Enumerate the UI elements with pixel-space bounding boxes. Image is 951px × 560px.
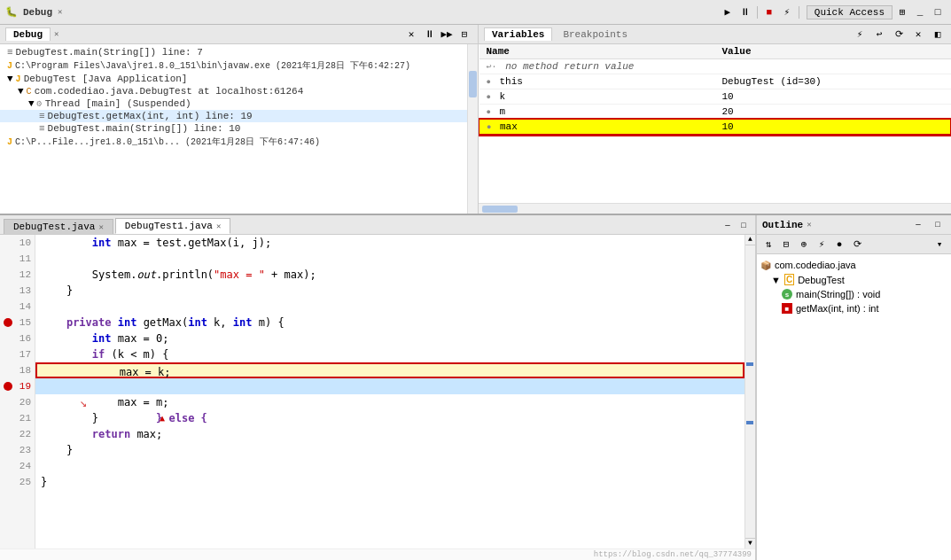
debug-tree-item[interactable]: ▼ ⚙ Thread [main] (Suspended) [0, 97, 467, 110]
outline-item-getmax[interactable]: ■ getMax(int, int) : int [757, 301, 951, 315]
debug-toolbar-resume-all[interactable]: ▶▶ [439, 27, 455, 43]
code-lines[interactable]: int max = test.getMax(i, j); System.out.… [35, 235, 744, 548]
resume-btn[interactable]: ▶ [720, 4, 736, 20]
debug-tree-item[interactable]: ▼ C com.codediao.java.DebugTest at local… [0, 85, 467, 97]
debug-tree-item[interactable]: ▼ J DebugTest [Java Application] [0, 73, 467, 85]
class-icon: C [27, 87, 32, 97]
triangle-indicator: ▲ [160, 410, 165, 426]
debug-toolbar-collapse[interactable]: ⊟ [456, 27, 472, 43]
outline-toolbar-btn5[interactable]: ● [831, 237, 847, 253]
outline-item-package[interactable]: 📦 com.codediao.java [757, 258, 951, 272]
var-toolbar-btn4[interactable]: ✕ [910, 27, 926, 43]
outline-toolbar-btn3[interactable]: ⊕ [796, 237, 812, 253]
code-line-18: max = k; [35, 362, 744, 378]
var-row-method-return[interactable]: ↩· no method return value [479, 59, 951, 74]
editor-tab-debugtest[interactable]: DebugTest.java ✕ [4, 219, 113, 234]
window-layout-btn[interactable]: ⊞ [894, 4, 910, 20]
col-name-header: Name [479, 44, 715, 59]
line-numbers: 10 11 12 13 14 15 16 [0, 235, 35, 548]
outline-main-label: main(String[]) : void [796, 289, 880, 299]
window-min-btn[interactable]: _ [912, 4, 928, 20]
debugtest1-tab-close[interactable]: ✕ [216, 222, 221, 231]
var-row-this[interactable]: ● this DebugTest (id=30) [479, 74, 951, 89]
debug-item-text: com.codediao.java.DebugTest at localhost… [35, 86, 304, 97]
debug-tree-item-active[interactable]: ≡ DebugTest.getMax(int, int) line: 19 [0, 110, 467, 122]
var-name-this: this [500, 76, 523, 87]
breakpoints-tab[interactable]: Breakpoints [556, 28, 635, 41]
code-line-12: System.out.println("max = " + max); [35, 267, 744, 283]
var-toolbar-btn3[interactable]: ⟳ [891, 27, 907, 43]
var-toolbar-btn2[interactable]: ↩ [871, 27, 887, 43]
line-num-19: 19 [19, 378, 31, 394]
var-value-max: 10 [722, 121, 734, 132]
editor-tab-debugtest1[interactable]: DebugTest1.java ✕ [115, 218, 230, 234]
outline-toolbar-btn4[interactable]: ⚡ [814, 237, 830, 253]
outline-maximize-btn[interactable]: □ [930, 217, 946, 233]
outline-toolbar-btn2[interactable]: ⊟ [778, 237, 794, 253]
debug-item-text: DebugTest [Java Application] [24, 74, 188, 84]
debug-tree-item[interactable]: ≡ DebugTest.main(String[]) line: 10 [0, 122, 467, 135]
debugtest-tab-label: DebugTest.java [13, 222, 95, 232]
terminate-btn[interactable]: ■ [761, 4, 777, 20]
var-row-m[interactable]: ● m 20 [479, 105, 951, 120]
line-num-11: 11 [19, 251, 31, 267]
debug-tab-close[interactable]: ✕ [58, 7, 62, 17]
var-row-k[interactable]: ● k 10 [479, 89, 951, 105]
line-num-20: 20 [19, 394, 31, 410]
debug-toolbar-suspend-all[interactable]: ⏸ [421, 27, 437, 43]
thread-icon: ⚙ [37, 98, 43, 109]
code-line-15: private int getMax(int k, int m) { [35, 315, 744, 331]
line-num-17: 17 [19, 346, 31, 362]
code-line-24 [35, 458, 744, 474]
var-icon-k: ● [487, 93, 491, 102]
method-main-icon: s [782, 289, 792, 299]
code-editor-panel: DebugTest.java ✕ DebugTest1.java ✕ ─ □ 1… [0, 215, 756, 560]
debug-panel-close[interactable]: ✕ [54, 29, 58, 39]
variables-panel: Variables Breakpoints ⚡ ↩ ⟳ ✕ ◧ Name Val… [479, 25, 951, 214]
method-return-label: no method return value [505, 61, 634, 72]
suspend-btn[interactable]: ⏸ [737, 4, 753, 20]
outline-tab-close[interactable]: ✕ [807, 220, 811, 229]
java-icon: J [7, 137, 12, 147]
variables-tab[interactable]: Variables [484, 27, 552, 41]
vscroll-down-btn[interactable]: ▼ [745, 538, 755, 548]
debug-tree-item[interactable]: ≡ DebugTest.main(String[]) line: 7 [0, 46, 467, 58]
debug-tree-item[interactable]: J C:\P...File...jre1.8.0_151\b... (2021年… [0, 135, 467, 149]
code-line-22: return max; [35, 426, 744, 442]
debug-panel-tab[interactable]: Debug [5, 27, 51, 41]
var-toolbar-btn1[interactable]: ⚡ [852, 27, 868, 43]
outline-toolbar-btn6[interactable]: ⟳ [849, 237, 865, 253]
line-num-12: 12 [19, 267, 31, 283]
outline-item-class[interactable]: ▼ C DebugTest [757, 272, 951, 287]
line-num-23: 23 [19, 442, 31, 458]
code-line-25: } [35, 474, 744, 490]
debug-tree-item[interactable]: J C:\Program Files\Java\jre1.8.0_151\bin… [0, 58, 467, 73]
code-line-17: if (k < m) { [35, 346, 744, 362]
editor-maximize-btn[interactable]: □ [736, 218, 752, 234]
window-max-btn[interactable]: □ [930, 4, 946, 20]
var-row-max[interactable]: ● max 10 [479, 120, 951, 135]
outline-class-label: DebugTest [798, 275, 845, 285]
var-icon-max: ● [487, 123, 491, 132]
outline-item-main[interactable]: s main(String[]) : void [757, 287, 951, 301]
debug-toolbar-remove[interactable]: ✕ [403, 27, 419, 43]
line-num-21: 21 [19, 410, 31, 426]
var-toolbar-btn5[interactable]: ◧ [930, 27, 946, 43]
outline-toolbar-btn1[interactable]: ⇅ [760, 237, 776, 253]
disconnect-btn[interactable]: ⚡ [779, 4, 795, 20]
vscroll-up-btn[interactable]: ▲ [745, 235, 755, 245]
line-num-16: 16 [19, 331, 31, 346]
debugtest-tab-close[interactable]: ✕ [98, 222, 103, 232]
editor-minimize-btn[interactable]: ─ [720, 218, 736, 234]
line-num-10: 10 [19, 235, 31, 251]
code-line-16: int max = 0; [35, 331, 744, 346]
expand-icon: ▼ [18, 86, 24, 97]
debug-tree-panel: Debug ✕ ✕ ⏸ ▶▶ ⊟ ≡ DebugTest.main(String… [0, 25, 479, 214]
quick-access-btn[interactable]: Quick Access [807, 5, 893, 19]
outline-minimize-btn[interactable]: ─ [910, 217, 926, 233]
var-value-this: DebugTest (id=30) [722, 76, 822, 87]
outline-menu-btn[interactable]: ▾ [932, 237, 947, 253]
debugtest1-tab-label: DebugTest1.java [125, 221, 213, 231]
method-getmax-icon: ■ [782, 303, 792, 314]
arrow-down-indicator: ↘ [80, 394, 87, 410]
